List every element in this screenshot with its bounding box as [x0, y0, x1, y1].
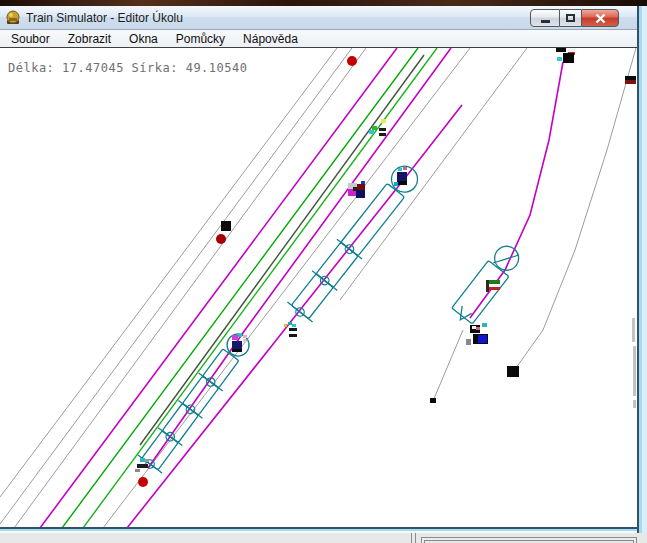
marker-square[interactable]: [633, 400, 636, 408]
edge-marker-icon[interactable]: [625, 76, 636, 84]
marker-dot[interactable]: [138, 477, 148, 487]
marker-cluster-icon[interactable]: [466, 323, 488, 345]
track-line[interactable]: [14, 48, 366, 527]
menu-item-okna[interactable]: Okna: [120, 31, 167, 47]
track-line[interactable]: [433, 330, 463, 401]
marker-square[interactable]: [556, 48, 566, 52]
app-icon: [5, 10, 21, 26]
track-line[interactable]: [40, 48, 397, 527]
window-title: Train Simulator - Editor Úkolu: [26, 11, 183, 25]
background-window-divider: [411, 533, 412, 543]
marker-square[interactable]: [507, 366, 519, 377]
signal-icon-train2-end[interactable]: [284, 322, 297, 337]
minimize-button[interactable]: [530, 9, 560, 27]
menu-item-soubor[interactable]: Soubor: [2, 31, 59, 47]
marker-line: [493, 255, 519, 263]
track-line[interactable]: [0, 48, 352, 524]
map-view: Délka: 17.47045 Sírka: 49.10540: [0, 48, 637, 527]
minimize-icon: [541, 20, 550, 23]
menu-item-pomucky[interactable]: Pomůcky: [167, 31, 234, 47]
background-window-divider: [415, 533, 416, 543]
menu-bar: SouborZobrazitOknaPomůckyNápověda: [0, 30, 641, 48]
track-line[interactable]: [516, 48, 636, 368]
track-line[interactable]: [148, 48, 451, 468]
marker-square[interactable]: [633, 346, 636, 396]
restore-button[interactable]: [560, 9, 581, 27]
marker-square[interactable]: [563, 53, 574, 63]
cyan-pixel-marker[interactable]: [557, 57, 562, 61]
title-bar[interactable]: Train Simulator - Editor Úkolu: [0, 6, 641, 30]
track-line[interactable]: [140, 55, 424, 445]
app-window: Train Simulator - Editor Úkolu SouborZob…: [0, 0, 647, 543]
map-canvas[interactable]: [0, 48, 637, 527]
track-line[interactable]: [103, 48, 470, 527]
restore-icon: [566, 14, 575, 22]
menu-item-zobrazit[interactable]: Zobrazit: [59, 31, 120, 47]
coordinates-readout: Délka: 17.47045 Sírka: 49.10540: [8, 61, 247, 75]
wagon-icon-a[interactable]: [348, 181, 365, 198]
marker-dot[interactable]: [347, 56, 357, 66]
window-controls: [530, 9, 619, 27]
marker-square[interactable]: [632, 318, 635, 342]
close-icon: [595, 13, 606, 24]
window-border-right-highlight: [642, 6, 647, 533]
track-line[interactable]: [470, 62, 563, 318]
close-button[interactable]: [581, 9, 619, 27]
marker-square[interactable]: [221, 221, 231, 231]
background-window-panel: [421, 537, 637, 543]
menu-item-napoveda[interactable]: Nápověda: [234, 31, 307, 47]
track-line[interactable]: [62, 48, 418, 527]
marker-dot[interactable]: [216, 234, 226, 244]
marker-square[interactable]: [430, 398, 436, 403]
